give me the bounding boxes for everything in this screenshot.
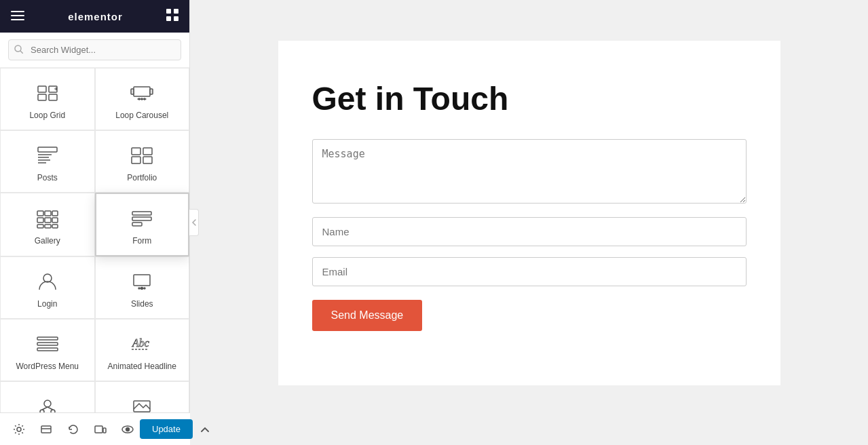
layers-button[interactable] xyxy=(34,417,58,442)
widget-item-loop-carousel[interactable]: Loop Carousel xyxy=(95,68,190,130)
widget-label-animated-headline: Animated Headline xyxy=(108,362,176,371)
svg-line-55 xyxy=(42,407,48,410)
svg-rect-31 xyxy=(52,211,58,216)
svg-rect-28 xyxy=(143,157,152,163)
svg-rect-32 xyxy=(37,218,43,222)
svg-point-41 xyxy=(43,274,52,282)
name-input[interactable] xyxy=(312,217,747,246)
sidebar-toolbar: Update xyxy=(0,412,190,445)
svg-rect-40 xyxy=(132,222,142,226)
svg-rect-37 xyxy=(52,225,58,228)
svg-line-8 xyxy=(20,51,23,54)
widget-label-loop-carousel: Loop Carousel xyxy=(115,111,168,120)
widget-label-slides: Slides xyxy=(131,299,153,309)
svg-rect-27 xyxy=(132,157,140,163)
svg-point-52 xyxy=(44,400,51,407)
widget-label-loop-grid: Loop Grid xyxy=(29,111,65,120)
preview-button[interactable] xyxy=(115,417,140,442)
chevron-up-button[interactable] xyxy=(195,420,214,439)
history-button[interactable] xyxy=(61,417,86,442)
svg-point-46 xyxy=(144,288,145,289)
form-title: Get in Touch xyxy=(312,81,747,117)
svg-point-19 xyxy=(144,98,145,100)
sidebar-collapse-handle[interactable] xyxy=(189,209,199,236)
svg-rect-35 xyxy=(37,225,43,228)
svg-rect-1 xyxy=(11,15,24,16)
svg-rect-11 xyxy=(38,94,46,100)
main-content: Get in Touch Send Message xyxy=(190,0,868,445)
svg-point-45 xyxy=(141,288,143,290)
svg-rect-38 xyxy=(132,212,151,215)
search-bar xyxy=(0,33,189,68)
svg-rect-36 xyxy=(45,225,51,228)
sidebar-header: elementor xyxy=(0,0,189,33)
message-textarea[interactable] xyxy=(312,139,747,204)
widget-grid: Loop Grid Loop Carousel Posts xyxy=(0,68,189,445)
svg-point-58 xyxy=(17,427,21,431)
form-section: Get in Touch Send Message xyxy=(278,41,780,385)
widget-label-gallery: Gallery xyxy=(35,236,60,246)
grid-view-icon[interactable] xyxy=(166,9,178,24)
svg-point-64 xyxy=(126,427,130,431)
svg-point-18 xyxy=(141,98,143,100)
svg-point-44 xyxy=(138,288,140,289)
search-icon xyxy=(14,45,23,56)
widget-label-login: Login xyxy=(37,299,57,309)
svg-rect-20 xyxy=(38,147,57,152)
email-field-group xyxy=(312,257,747,286)
svg-rect-39 xyxy=(132,217,151,220)
email-input[interactable] xyxy=(312,257,747,286)
svg-rect-15 xyxy=(150,89,153,94)
svg-rect-30 xyxy=(45,211,51,216)
svg-text:Abc: Abc xyxy=(132,337,149,349)
svg-rect-33 xyxy=(45,218,51,222)
widget-item-portfolio[interactable]: Portfolio xyxy=(95,130,190,193)
svg-rect-12 xyxy=(49,94,57,100)
svg-rect-9 xyxy=(38,86,46,92)
send-message-button[interactable]: Send Message xyxy=(312,300,423,331)
widget-item-posts[interactable]: Posts xyxy=(0,130,95,193)
update-button[interactable]: Update xyxy=(140,419,193,439)
svg-rect-26 xyxy=(143,148,152,155)
svg-rect-13 xyxy=(134,87,150,96)
svg-rect-47 xyxy=(37,337,58,340)
svg-rect-4 xyxy=(174,9,178,14)
svg-rect-59 xyxy=(41,426,51,433)
svg-rect-29 xyxy=(37,211,43,216)
widget-item-form[interactable]: Form xyxy=(95,193,190,256)
widget-item-wordpress-menu[interactable]: WordPress Menu xyxy=(0,319,95,381)
svg-rect-49 xyxy=(37,348,58,351)
toolbar-right-buttons: Update xyxy=(140,419,214,439)
svg-rect-62 xyxy=(103,428,106,433)
svg-rect-5 xyxy=(166,16,171,21)
svg-line-56 xyxy=(48,407,53,410)
svg-rect-6 xyxy=(174,16,178,21)
svg-rect-3 xyxy=(166,9,171,14)
hamburger-icon[interactable] xyxy=(11,9,24,24)
svg-rect-48 xyxy=(37,343,58,345)
widget-label-posts: Posts xyxy=(37,173,58,182)
name-field-group xyxy=(312,217,747,246)
svg-rect-14 xyxy=(131,89,134,94)
widget-label-portfolio: Portfolio xyxy=(127,173,157,182)
elementor-logo: elementor xyxy=(68,11,123,22)
responsive-button[interactable] xyxy=(88,417,113,442)
widget-label-form: Form xyxy=(132,236,151,246)
widget-item-animated-headline[interactable]: Abc Animated Headline xyxy=(95,319,190,381)
toolbar-left-buttons xyxy=(7,417,140,442)
widget-item-slides[interactable]: Slides xyxy=(95,256,190,319)
svg-rect-0 xyxy=(11,11,24,12)
sidebar: elementor Loop Grid xyxy=(0,0,190,445)
settings-button[interactable] xyxy=(7,417,31,442)
svg-rect-61 xyxy=(95,426,102,433)
svg-rect-25 xyxy=(132,148,140,155)
svg-point-17 xyxy=(138,98,140,100)
message-field-group xyxy=(312,139,747,206)
widget-item-loop-grid[interactable]: Loop Grid xyxy=(0,68,95,130)
svg-rect-42 xyxy=(134,275,150,286)
search-input[interactable] xyxy=(8,39,181,60)
svg-rect-2 xyxy=(11,19,24,20)
widget-item-gallery[interactable]: Gallery xyxy=(0,193,95,256)
widget-item-login[interactable]: Login xyxy=(0,256,95,319)
widget-label-wordpress-menu: WordPress Menu xyxy=(16,362,79,371)
